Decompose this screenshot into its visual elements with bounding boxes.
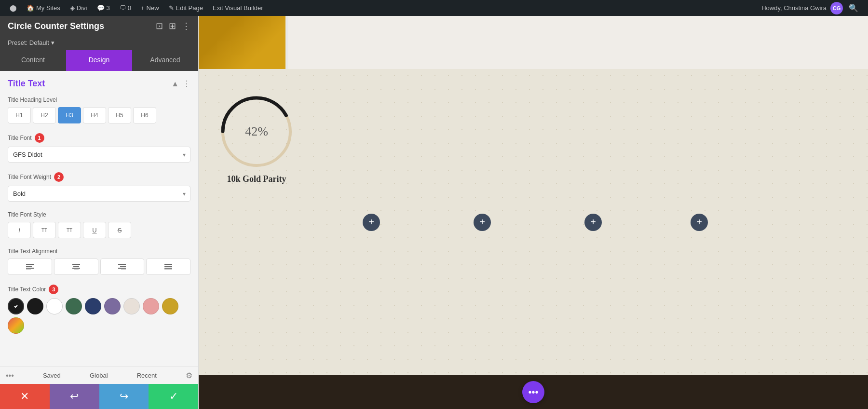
title-font-style-label: Title Font Style <box>8 211 190 218</box>
color-swatch-black[interactable] <box>27 298 43 314</box>
saved-label: Saved <box>43 372 61 379</box>
save-button[interactable]: ✓ <box>149 384 198 409</box>
svg-text:42%: 42% <box>245 124 268 138</box>
title-font-weight-group: Title Font Weight 2 Bold Normal Light Th… <box>8 172 190 202</box>
color-swatch-green[interactable] <box>66 298 82 314</box>
plus-icon: + <box>141 4 145 12</box>
section-title: Title Text <box>8 79 45 89</box>
canvas-bottom-strip: ••• <box>199 375 868 409</box>
pencil-icon: ✎ <box>169 4 174 12</box>
footer-gear-icon[interactable]: ⚙ <box>186 371 192 380</box>
recent-btn[interactable]: Recent <box>137 372 157 379</box>
style-underline[interactable]: U <box>83 222 106 238</box>
panel-header: Circle Counter Settings ⊡ ⊞ ⋮ <box>0 16 198 36</box>
title-font-weight-select-wrapper: Bold Normal Light Thin Medium <box>8 186 190 202</box>
new-menu[interactable]: + New <box>137 0 163 16</box>
color-picker-btn[interactable] <box>8 298 24 314</box>
heading-h3[interactable]: H3 <box>58 107 81 123</box>
canvas-image-thumbnail <box>199 16 285 69</box>
style-strikethrough[interactable]: S <box>108 222 131 238</box>
heading-h1[interactable]: H1 <box>8 107 31 123</box>
title-font-style-group: Title Font Style I TT Tt U S <box>8 211 190 238</box>
section-more-icon[interactable]: ⋮ <box>183 79 190 88</box>
tab-content[interactable]: Content <box>0 50 66 71</box>
canvas-area: 42% 10k Gold Parity + + + + ••• <box>199 16 868 409</box>
canvas-main: 42% 10k Gold Parity + + + + <box>199 69 868 375</box>
settings-panel: Circle Counter Settings ⊡ ⊞ ⋮ Preset: De… <box>0 16 199 409</box>
search-btn[interactable]: 🔍 <box>845 3 862 13</box>
title-text-color-label: Title Text Color 3 <box>8 285 190 294</box>
my-sites-menu[interactable]: 🏠 My Sites <box>23 0 64 16</box>
comment-count[interactable]: 🗨 0 <box>116 0 135 16</box>
section-title-row: Title Text ▲ ⋮ <box>8 79 190 89</box>
style-small-caps[interactable]: TT <box>33 222 56 238</box>
color-swatch-pink[interactable] <box>143 298 159 314</box>
align-buttons <box>8 259 190 275</box>
align-left[interactable] <box>8 259 52 275</box>
home-icon: 🏠 <box>27 4 34 12</box>
add-column-btn-2[interactable]: + <box>474 214 491 231</box>
style-buttons: I TT Tt U S <box>8 222 190 238</box>
color-swatch-gold[interactable] <box>162 298 178 314</box>
heading-h6[interactable]: H6 <box>133 107 156 123</box>
add-column-btn-4[interactable]: + <box>691 214 708 231</box>
title-font-weight-label: Title Font Weight 2 <box>8 172 190 182</box>
heading-h4[interactable]: H4 <box>83 107 106 123</box>
style-italic[interactable]: I <box>8 222 31 238</box>
title-font-weight-select[interactable]: Bold Normal Light Thin Medium <box>8 186 190 202</box>
fab-menu-btn[interactable]: ••• <box>522 381 544 403</box>
comment-count-icon: 🗨 <box>120 4 126 12</box>
comments-icon: 💬 <box>97 4 105 12</box>
panel-header-icons: ⊡ ⊞ ⋮ <box>156 21 190 31</box>
canvas-top-right <box>288 16 868 69</box>
tab-advanced[interactable]: Advanced <box>132 50 198 71</box>
redo-button[interactable]: ↪ <box>99 384 149 409</box>
title-heading-level-label: Title Heading Level <box>8 96 190 103</box>
panel-body: Title Text ▲ ⋮ Title Heading Level H1 H2… <box>0 71 198 367</box>
circle-counter-title: 10k Gold Parity <box>227 174 286 184</box>
add-column-btn-1[interactable]: + <box>363 214 380 231</box>
title-font-label: Title Font 1 <box>8 133 190 143</box>
color-swatch-navy[interactable] <box>85 298 101 314</box>
color-swatch-purple[interactable] <box>104 298 121 314</box>
grid-icon[interactable]: ⊞ <box>169 21 176 31</box>
heading-h5[interactable]: H5 <box>108 107 131 123</box>
wp-icon: ⬤ <box>10 4 17 12</box>
global-btn[interactable]: Global <box>90 372 108 379</box>
color-swatch-white[interactable] <box>46 298 63 314</box>
comments-menu[interactable]: 💬 3 <box>93 0 114 16</box>
add-column-btn-3[interactable]: + <box>584 214 602 231</box>
color-swatch-cream[interactable] <box>123 298 140 314</box>
user-info: Howdy, Christina Gwira CG <box>761 2 843 14</box>
style-caps[interactable]: Tt <box>58 222 81 238</box>
exit-visual-builder-btn[interactable]: Exit Visual Builder <box>209 0 267 16</box>
title-text-color-group: Title Text Color 3 <box>8 285 190 334</box>
panel-footer: ••• Saved Global Recent ⚙ <box>0 367 198 384</box>
color-swatch-custom[interactable] <box>8 317 24 334</box>
responsive-icon[interactable]: ⊡ <box>156 21 163 31</box>
preset-selector[interactable]: Preset: Default ▾ <box>0 36 198 50</box>
edit-page-btn[interactable]: ✎ Edit Page <box>165 0 207 16</box>
wp-logo[interactable]: ⬤ <box>6 0 21 16</box>
heading-h2[interactable]: H2 <box>33 107 56 123</box>
divi-menu[interactable]: ◈ Divi <box>66 0 91 16</box>
circle-progress-svg: 42% <box>218 93 295 170</box>
title-font-group: Title Font 1 GFS Didot Arial Georgia Tim… <box>8 133 190 163</box>
collapse-icon[interactable]: ▲ <box>171 80 179 88</box>
more-options-icon[interactable]: ⋮ <box>182 21 190 31</box>
align-justify[interactable] <box>146 259 190 275</box>
tab-design[interactable]: Design <box>66 50 132 71</box>
section-title-actions: ▲ ⋮ <box>171 79 190 88</box>
align-right[interactable] <box>100 259 145 275</box>
heading-buttons: H1 H2 H3 H4 H5 H6 <box>8 107 190 123</box>
title-font-select-wrapper: GFS Didot Arial Georgia Times New Roman <box>8 147 190 163</box>
title-font-select[interactable]: GFS Didot Arial Georgia Times New Roman <box>8 147 190 163</box>
cancel-button[interactable]: ✕ <box>0 384 50 409</box>
undo-button[interactable]: ↩ <box>50 384 99 409</box>
color-swatches <box>8 298 190 334</box>
more-dots[interactable]: ••• <box>6 371 14 380</box>
badge-3: 3 <box>49 285 58 294</box>
canvas-top-strip <box>199 16 868 69</box>
action-bar: ✕ ↩ ↪ ✓ <box>0 384 198 409</box>
align-center[interactable] <box>54 259 98 275</box>
